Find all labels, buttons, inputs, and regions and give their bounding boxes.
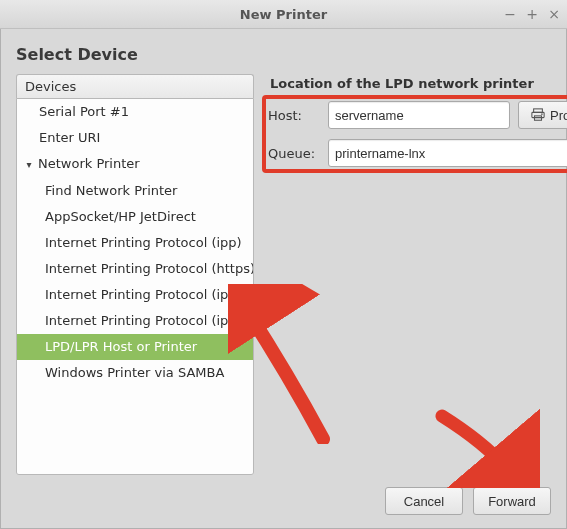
forward-button[interactable]: Forward xyxy=(473,487,551,515)
device-item-samba[interactable]: Windows Printer via SAMBA xyxy=(17,360,253,386)
device-item-serial-port[interactable]: Serial Port #1 xyxy=(17,99,253,125)
device-list-header[interactable]: Devices xyxy=(16,74,254,98)
queue-row: Queue: xyxy=(268,139,567,167)
maximize-button[interactable]: + xyxy=(525,7,539,21)
svg-rect-0 xyxy=(534,109,543,113)
window-title: New Printer xyxy=(0,7,567,22)
svg-point-3 xyxy=(541,113,543,115)
probe-button[interactable]: Probe xyxy=(518,101,567,129)
device-item-https[interactable]: Internet Printing Protocol (https) xyxy=(17,256,253,282)
window-controls: − + × xyxy=(503,0,561,28)
host-row: Host: Probe xyxy=(268,101,567,129)
cancel-button-label: Cancel xyxy=(404,494,444,509)
device-item-find-network[interactable]: Find Network Printer xyxy=(17,178,253,204)
device-panel: Devices Serial Port #1 Enter URI ▾Networ… xyxy=(16,74,254,475)
titlebar: New Printer − + × xyxy=(0,0,567,29)
columns: Devices Serial Port #1 Enter URI ▾Networ… xyxy=(16,74,551,475)
probe-button-label: Probe xyxy=(550,108,567,123)
device-item-lpd[interactable]: LPD/LPR Host or Printer xyxy=(17,334,253,360)
form-panel: Location of the LPD network printer Host… xyxy=(268,74,567,475)
queue-input[interactable] xyxy=(328,139,567,167)
forward-button-label: Forward xyxy=(488,494,536,509)
device-item-appsocket[interactable]: AppSocket/HP JetDirect xyxy=(17,204,253,230)
window: New Printer − + × Select Device Devices … xyxy=(0,0,567,529)
device-item-ipp14[interactable]: Internet Printing Protocol (ipp14) xyxy=(17,282,253,308)
printer-icon xyxy=(531,108,545,122)
form-box: Host: Probe Que xyxy=(268,101,567,167)
minimize-button[interactable]: − xyxy=(503,7,517,21)
svg-rect-1 xyxy=(532,112,544,117)
device-item-ipp[interactable]: Internet Printing Protocol (ipp) xyxy=(17,230,253,256)
host-input[interactable] xyxy=(328,101,510,129)
device-item-ipps[interactable]: Internet Printing Protocol (ipps) xyxy=(17,308,253,334)
form-title: Location of the LPD network printer xyxy=(270,76,567,91)
dialog-footer: Cancel Forward xyxy=(0,475,567,529)
network-printer-label: Network Printer xyxy=(38,156,140,171)
host-label: Host: xyxy=(268,108,320,123)
close-button[interactable]: × xyxy=(547,7,561,21)
content-area: Select Device Devices Serial Port #1 Ent… xyxy=(0,29,567,475)
queue-label: Queue: xyxy=(268,146,320,161)
cancel-button[interactable]: Cancel xyxy=(385,487,463,515)
device-tree[interactable]: Serial Port #1 Enter URI ▾Network Printe… xyxy=(16,98,254,475)
device-item-enter-uri[interactable]: Enter URI xyxy=(17,125,253,151)
expander-icon[interactable]: ▾ xyxy=(23,156,35,174)
device-item-network-printer[interactable]: ▾Network Printer xyxy=(17,151,253,178)
section-heading: Select Device xyxy=(16,45,551,64)
